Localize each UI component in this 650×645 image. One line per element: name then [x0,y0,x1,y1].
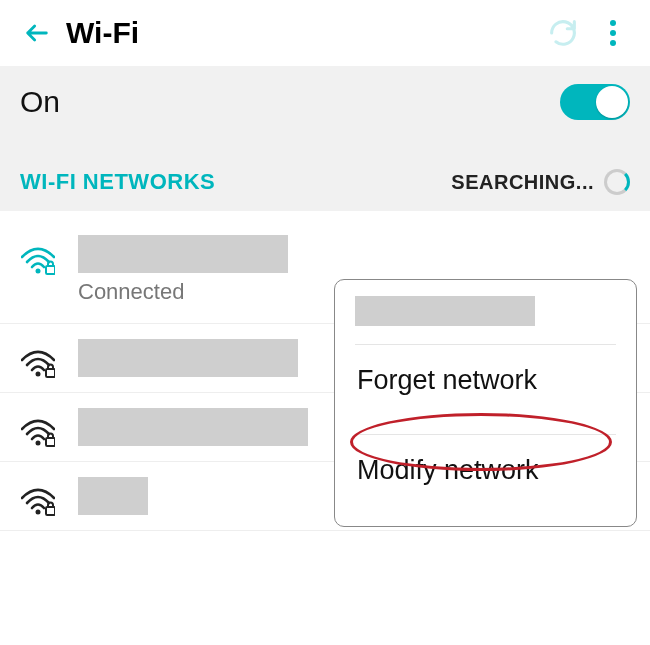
network-name-redacted [78,408,308,446]
svg-point-7 [36,441,41,446]
more-vert-icon [602,18,624,48]
wifi-signal-lock-icon [20,342,56,378]
svg-point-0 [610,20,616,26]
network-status: Connected [78,279,288,305]
wifi-signal-lock-icon [20,411,56,447]
svg-point-3 [36,269,41,274]
app-bar: Wi-Fi [0,0,650,66]
svg-rect-8 [46,438,55,446]
wifi-signal-lock-icon [20,239,56,275]
svg-rect-6 [46,369,55,377]
context-menu: Forget network Modify network [334,279,637,527]
refresh-icon [546,16,580,50]
svg-rect-4 [46,266,55,274]
page-title: Wi-Fi [66,16,139,50]
menu-item-forget[interactable]: Forget network [355,345,616,416]
wifi-state-label: On [20,85,560,119]
scan-status-label: SEARCHING... [451,171,594,194]
scan-status: SEARCHING... [451,169,630,195]
refresh-button[interactable] [538,8,588,58]
svg-point-5 [36,372,41,377]
wifi-signal-lock-icon [20,480,56,516]
spinner-icon [604,169,630,195]
svg-point-1 [610,30,616,36]
network-name-redacted [78,235,288,273]
overflow-menu-button[interactable] [588,8,638,58]
network-name-redacted [78,339,298,377]
arrow-left-icon [23,19,51,47]
context-menu-network-name-redacted [355,296,535,326]
svg-point-2 [610,40,616,46]
menu-item-modify[interactable]: Modify network [355,435,616,506]
networks-heading: WI-FI NETWORKS [20,169,451,195]
wifi-toggle-section: On [0,66,650,142]
wifi-toggle[interactable] [560,84,630,120]
back-button[interactable] [12,8,62,58]
toggle-knob [596,86,628,118]
networks-subheader: WI-FI NETWORKS SEARCHING... [0,142,650,211]
svg-rect-10 [46,507,55,515]
svg-point-9 [36,510,41,515]
context-menu-title [355,296,616,326]
network-name-redacted [78,477,148,515]
